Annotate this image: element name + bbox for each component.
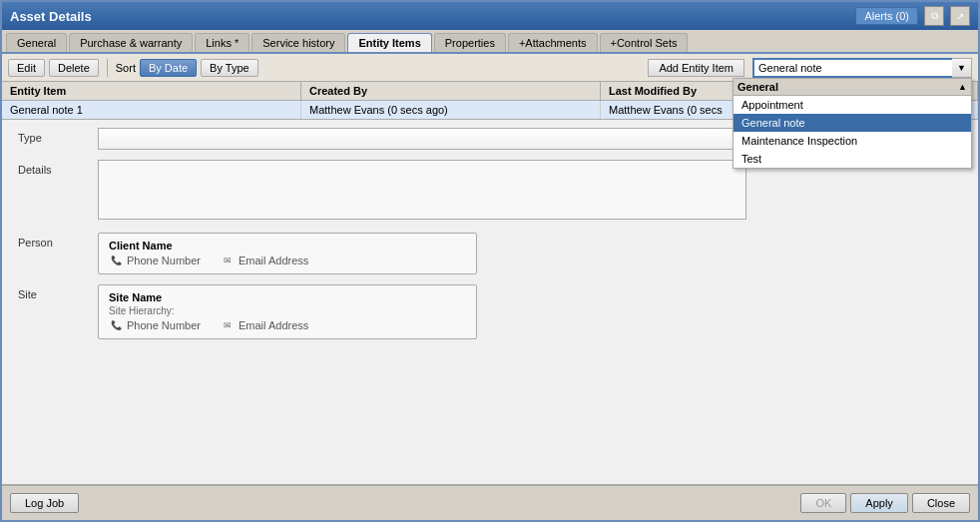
col-header-entity: Entity Item [2, 82, 301, 100]
delete-button[interactable]: Delete [49, 59, 99, 77]
type-select[interactable] [98, 128, 746, 150]
log-job-button[interactable]: Log Job [10, 493, 79, 513]
entity-type-popup: General ▲ Appointment General note Maint… [733, 78, 972, 169]
details-control [98, 160, 746, 223]
type-select-wrapper [98, 128, 746, 150]
sort-label: Sort [116, 62, 136, 74]
entity-form: Type Details Person [2, 120, 978, 484]
tab-attachments[interactable]: +Attachments [508, 33, 598, 52]
dropdown-header-label: General [737, 81, 778, 93]
apply-button[interactable]: Apply [850, 493, 908, 513]
dropdown-item-appointment[interactable]: Appointment [734, 96, 971, 114]
site-label: Site [18, 284, 98, 300]
site-control: Site Name Site Hierarchy: 📞 Phone Number… [98, 284, 746, 339]
dropdown-arrow-icon[interactable]: ▼ [952, 58, 972, 78]
ok-button[interactable]: OK [800, 493, 846, 513]
site-hierarchy: Site Hierarchy: [109, 305, 466, 316]
cell-created-by: Matthew Evans (0 secs ago) [301, 101, 601, 119]
tab-general[interactable]: General [6, 33, 67, 52]
tab-purchase[interactable]: Purchase & warranty [69, 33, 193, 52]
dropdown-popup-header: General ▲ [734, 79, 971, 96]
details-row: Details [18, 160, 962, 223]
bydate-button[interactable]: By Date [140, 59, 197, 77]
site-email: Email Address [239, 319, 308, 331]
edit-button[interactable]: Edit [8, 59, 45, 77]
email-icon: ✉ [221, 254, 235, 267]
close-button[interactable]: Close [912, 493, 970, 513]
site-email-item: ✉ Email Address [221, 318, 308, 332]
title-bar-controls: Alerts (0) ⧉ ↗ [855, 6, 970, 26]
entity-toolbar: Edit Delete Sort By Date By Type Add Ent… [2, 54, 978, 82]
dropdown-scroll-up[interactable]: ▲ [958, 82, 967, 92]
phone-icon: 📞 [109, 254, 123, 267]
person-email: Email Address [239, 255, 308, 266]
site-row: Site Site Name Site Hierarchy: 📞 Phone N… [18, 284, 962, 339]
alerts-button[interactable]: Alerts (0) [855, 7, 918, 25]
tab-bar: General Purchase & warranty Links * Serv… [2, 30, 978, 54]
asset-details-window: Asset Details Alerts (0) ⧉ ↗ General Pur… [0, 0, 980, 522]
dropdown-item-general-note[interactable]: General note [734, 114, 971, 132]
tab-service[interactable]: Service history [251, 33, 345, 52]
site-details: 📞 Phone Number ✉ Email Address [109, 318, 466, 332]
add-entity-button[interactable]: Add Entity Item [648, 59, 744, 77]
person-details: 📞 Phone Number ✉ Email Address [109, 254, 466, 267]
tab-entity[interactable]: Entity Items [347, 33, 431, 52]
site-name: Site Name [109, 291, 466, 303]
person-email-item: ✉ Email Address [221, 254, 308, 267]
bottom-left-actions: Log Job [10, 493, 79, 513]
dropdown-item-test[interactable]: Test [734, 150, 971, 168]
copy-icon[interactable]: ⧉ [924, 6, 944, 26]
bottom-right-actions: OK Apply Close [800, 493, 970, 513]
cursor-icon[interactable]: ↗ [950, 6, 970, 26]
site-box: Site Name Site Hierarchy: 📞 Phone Number… [98, 284, 477, 339]
person-box: Client Name 📞 Phone Number ✉ Email Addre… [98, 233, 477, 274]
window-title: Asset Details [10, 9, 92, 24]
site-phone-item: 📞 Phone Number [109, 318, 201, 332]
type-label: Type [18, 128, 98, 144]
bytype-button[interactable]: By Type [201, 59, 258, 77]
toolbar-separator-1 [107, 59, 108, 77]
person-name: Client Name [109, 240, 466, 252]
site-phone: Phone Number [127, 319, 201, 331]
type-control [98, 128, 746, 150]
bottom-bar: Log Job OK Apply Close [2, 484, 978, 520]
person-label: Person [18, 233, 98, 249]
site-phone-icon: 📞 [109, 318, 123, 332]
details-label: Details [18, 160, 98, 176]
col-header-created: Created By [301, 82, 601, 100]
dropdown-item-maintenance[interactable]: Maintenance Inspection [734, 132, 971, 150]
tab-properties[interactable]: Properties [434, 33, 506, 52]
title-bar: Asset Details Alerts (0) ⧉ ↗ [2, 2, 978, 30]
site-email-icon: ✉ [221, 318, 235, 332]
details-textarea[interactable] [98, 160, 746, 220]
entity-type-dropdown-wrapper: ▼ General ▲ Appointment General note Mai… [752, 58, 972, 78]
person-row: Person Client Name 📞 Phone Number ✉ Emai… [18, 233, 962, 274]
cell-entity-item: General note 1 [2, 101, 301, 119]
tab-controlsets[interactable]: +Control Sets [600, 33, 689, 52]
person-phone-item: 📞 Phone Number [109, 254, 201, 267]
person-phone: Phone Number [127, 255, 201, 266]
tab-links[interactable]: Links * [195, 33, 249, 52]
person-control: Client Name 📞 Phone Number ✉ Email Addre… [98, 233, 746, 274]
entity-type-input[interactable] [752, 58, 972, 78]
